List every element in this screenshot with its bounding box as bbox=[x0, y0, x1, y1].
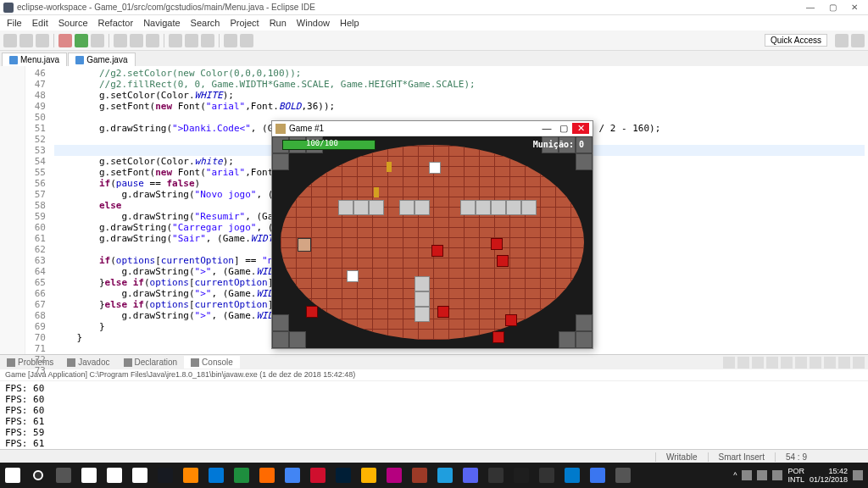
new-class-icon[interactable] bbox=[130, 34, 143, 47]
remove-launch-icon[interactable] bbox=[737, 357, 749, 369]
minimize-button[interactable]: — bbox=[800, 2, 821, 14]
taskbar-app-4[interactable] bbox=[178, 463, 203, 488]
search-icon[interactable] bbox=[169, 34, 182, 47]
window-controls: — ▢ ✕ bbox=[800, 2, 865, 14]
pin-console-icon[interactable] bbox=[795, 357, 807, 369]
display-console-icon[interactable] bbox=[810, 357, 821, 369]
game-window: Game #1 — ▢ ✕ 100/100 Munição: 0 bbox=[271, 120, 593, 349]
terminate-icon[interactable] bbox=[723, 357, 735, 369]
taskbar-app-16[interactable] bbox=[483, 463, 509, 488]
menu-search[interactable]: Search bbox=[186, 16, 225, 30]
tab-console[interactable]: Console bbox=[184, 356, 240, 369]
console-output[interactable]: FPS: 60FPS: 60FPS: 60FPS: 61FPS: 59FPS: … bbox=[0, 381, 868, 449]
tray-chevron-icon[interactable]: ^ bbox=[733, 471, 737, 480]
taskbar-app-17[interactable] bbox=[509, 463, 534, 488]
back-icon[interactable] bbox=[224, 34, 237, 47]
ammo-item bbox=[387, 162, 392, 172]
game-titlebar[interactable]: Game #1 — ▢ ✕ bbox=[272, 121, 593, 136]
folding-ruler[interactable] bbox=[0, 66, 25, 354]
menu-file[interactable]: File bbox=[2, 16, 27, 30]
toolbar: Quick Access bbox=[0, 30, 868, 51]
taskbar-app-13[interactable] bbox=[407, 463, 432, 488]
perspective-debug-icon[interactable] bbox=[851, 34, 865, 47]
taskbar-app-3[interactable] bbox=[153, 463, 178, 488]
system-tray[interactable]: ^ POR INTL 15:4201/12/2018 bbox=[728, 467, 868, 484]
run-icon[interactable] bbox=[75, 34, 88, 47]
tray-network-icon[interactable] bbox=[772, 470, 782, 480]
status-insert: Smart Insert bbox=[708, 452, 775, 462]
enemy-sprite bbox=[492, 331, 504, 343]
minimize-icon[interactable] bbox=[838, 357, 850, 369]
taskbar-app-12[interactable] bbox=[381, 463, 407, 488]
menu-refactor[interactable]: Refactor bbox=[93, 16, 139, 30]
tab-menu-java[interactable]: Menu.java bbox=[2, 53, 67, 66]
line-gutter: 4647484950515253545556575859606162636465… bbox=[25, 66, 51, 354]
save-icon[interactable] bbox=[19, 34, 33, 47]
game-canvas[interactable]: 100/100 Munição: 0 bbox=[272, 136, 593, 348]
open-console-icon[interactable] bbox=[824, 357, 836, 369]
tray-notifications-icon[interactable] bbox=[853, 470, 863, 480]
tray-language[interactable]: POR INTL bbox=[787, 467, 804, 484]
menu-window[interactable]: Window bbox=[292, 16, 335, 30]
taskbar-app-2[interactable] bbox=[127, 463, 153, 488]
debug-icon[interactable] bbox=[58, 34, 72, 47]
separator bbox=[53, 34, 54, 47]
javadoc-icon bbox=[67, 358, 75, 367]
taskbar-app-14[interactable] bbox=[432, 463, 458, 488]
game-minimize-button[interactable]: — bbox=[538, 123, 555, 134]
remove-all-icon[interactable] bbox=[752, 357, 764, 369]
taskbar-app-6[interactable] bbox=[229, 463, 254, 488]
taskbar-app-21[interactable] bbox=[610, 463, 636, 488]
tab-javadoc[interactable]: Javadoc bbox=[60, 356, 116, 369]
taskbar-app-19[interactable] bbox=[559, 463, 585, 488]
window-titlebar: eclipse-workspace - Game_01/src/com/gcst… bbox=[0, 0, 868, 15]
menu-navigate[interactable]: Navigate bbox=[138, 16, 185, 30]
menu-project[interactable]: Project bbox=[225, 16, 264, 30]
close-button[interactable]: ✕ bbox=[844, 2, 865, 14]
clear-console-icon[interactable] bbox=[766, 357, 778, 369]
toggle-mark-icon[interactable] bbox=[185, 34, 198, 47]
menu-help[interactable]: Help bbox=[335, 16, 364, 30]
maximize-button[interactable]: ▢ bbox=[822, 2, 843, 14]
forward-icon[interactable] bbox=[240, 34, 253, 47]
open-type-icon[interactable] bbox=[146, 34, 159, 47]
tab-declaration[interactable]: Declaration bbox=[117, 356, 185, 369]
tab-game-java[interactable]: Game.java bbox=[68, 53, 135, 66]
taskbar-app-10[interactable] bbox=[331, 463, 356, 488]
start-button[interactable] bbox=[0, 463, 25, 488]
game-close-button[interactable]: ✕ bbox=[572, 123, 589, 134]
taskbar-app-0[interactable] bbox=[76, 463, 102, 488]
quick-access-input[interactable]: Quick Access bbox=[765, 34, 827, 47]
taskbar-app-15[interactable] bbox=[458, 463, 483, 488]
taskbar-app-20[interactable] bbox=[585, 463, 610, 488]
new-package-icon[interactable] bbox=[114, 34, 127, 47]
taskbar-app-11[interactable] bbox=[356, 463, 381, 488]
taskbar-app-5[interactable] bbox=[203, 463, 229, 488]
task-view-button[interactable] bbox=[51, 463, 76, 488]
coverage-icon[interactable] bbox=[91, 34, 104, 47]
perspective-java-icon[interactable] bbox=[835, 34, 849, 47]
taskbar-app-7[interactable] bbox=[254, 463, 280, 488]
save-all-icon[interactable] bbox=[36, 34, 49, 47]
menu-source[interactable]: Source bbox=[53, 16, 93, 30]
taskbar-app-8[interactable] bbox=[280, 463, 305, 488]
ammo-text: Munição: 0 bbox=[533, 140, 584, 149]
taskbar-app-9[interactable] bbox=[305, 463, 331, 488]
taskbar-app-18[interactable] bbox=[534, 463, 559, 488]
menu-run[interactable]: Run bbox=[264, 16, 292, 30]
menu-edit[interactable]: Edit bbox=[27, 16, 53, 30]
maximize-icon[interactable] bbox=[853, 357, 865, 369]
annotation-icon[interactable] bbox=[201, 34, 214, 47]
java-file-icon bbox=[75, 56, 84, 64]
declaration-icon bbox=[124, 358, 132, 367]
game-maximize-button[interactable]: ▢ bbox=[555, 123, 572, 134]
tray-icon[interactable] bbox=[742, 470, 752, 480]
scroll-lock-icon[interactable] bbox=[781, 357, 793, 369]
search-button[interactable] bbox=[25, 463, 51, 488]
tray-clock[interactable]: 15:4201/12/2018 bbox=[810, 467, 848, 484]
status-cursor-pos: 54 : 9 bbox=[775, 452, 817, 462]
new-icon[interactable] bbox=[3, 34, 17, 47]
ammo-item bbox=[374, 187, 379, 197]
tray-volume-icon[interactable] bbox=[757, 470, 767, 480]
taskbar-app-1[interactable] bbox=[102, 463, 127, 488]
